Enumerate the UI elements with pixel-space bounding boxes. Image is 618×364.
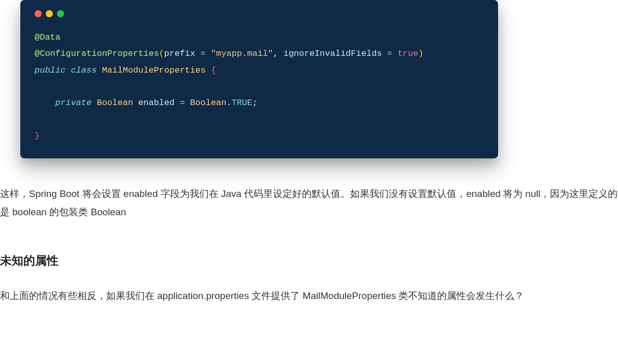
code-dot: .	[227, 98, 232, 108]
code-annotation: @ConfigurationProperties	[35, 49, 159, 58]
article-body: 这样，Spring Boot 将会设置 enabled 字段为我们在 Java …	[0, 185, 618, 305]
code-param-key: prefix	[164, 49, 195, 58]
code-eq: =	[387, 49, 392, 58]
code-keyword: private	[55, 98, 91, 108]
code-field: enabled	[138, 98, 174, 108]
code-boolean: true	[397, 49, 418, 58]
code-member: TRUE	[232, 98, 253, 108]
code-type: Boolean	[97, 98, 133, 108]
code-comma: ,	[273, 49, 278, 58]
code-brace: {	[211, 65, 216, 75]
code-string: "myapp.mail"	[211, 49, 273, 58]
code-semicolon: ;	[253, 98, 258, 108]
code-keyword: public	[35, 65, 66, 75]
paragraph: 和上面的情况有些相反，如果我们在 application.properties …	[0, 287, 618, 305]
code-keyword: class	[71, 65, 97, 75]
code-type: Boolean	[190, 98, 226, 108]
code-paren: )	[418, 49, 423, 58]
code-block-card: @Data @ConfigurationProperties(prefix = …	[20, 0, 498, 158]
close-icon	[35, 10, 42, 17]
code-brace: }	[35, 131, 40, 141]
maximize-icon	[57, 10, 64, 17]
code-param-key: ignoreInvalidFields	[284, 49, 382, 58]
code-classname: MailModuleProperties	[102, 65, 206, 75]
code-annotation: @Data	[35, 32, 60, 42]
minimize-icon	[46, 10, 53, 17]
window-controls	[35, 10, 484, 17]
paragraph: 这样，Spring Boot 将会设置 enabled 字段为我们在 Java …	[0, 185, 618, 221]
code-content: @Data @ConfigurationProperties(prefix = …	[35, 29, 484, 144]
code-eq: =	[200, 49, 205, 58]
code-eq: =	[180, 98, 185, 108]
section-heading: 未知的属性	[0, 253, 618, 269]
code-paren: (	[159, 49, 164, 58]
